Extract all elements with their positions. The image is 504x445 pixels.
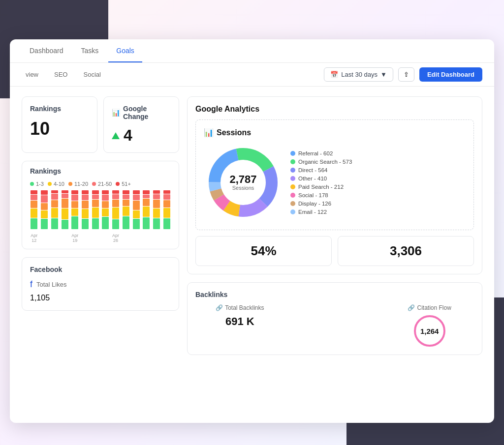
subnav-view[interactable]: view	[22, 69, 42, 80]
bar-segment	[71, 201, 78, 208]
bar-label: Apr 12	[30, 233, 38, 243]
rankings-value: 10	[30, 119, 89, 139]
rankings-chart-widget: Rankings 1-3 4-10 11-20	[22, 161, 179, 249]
tab-dashboard[interactable]: Dashboard	[22, 40, 71, 62]
subnav-seo[interactable]: SEO	[50, 69, 71, 80]
dot-direct	[290, 168, 295, 173]
bar-segment	[31, 218, 37, 230]
bar-segment	[102, 217, 109, 229]
bar-group	[101, 190, 110, 229]
bar-label	[101, 233, 110, 243]
bar-segment	[41, 195, 48, 203]
bar-group	[162, 190, 171, 229]
legend-paid-search: Paid Search - 212	[290, 184, 352, 190]
tab-goals[interactable]: Goals	[108, 40, 142, 62]
bar-segment	[163, 194, 170, 200]
bar-group	[40, 190, 49, 229]
bar-segment	[51, 190, 58, 193]
share-button[interactable]: ⇧	[398, 67, 414, 82]
bar-segment	[153, 200, 160, 208]
bar-segment	[133, 195, 140, 200]
bar-segment	[112, 190, 119, 194]
link-icon: 🔗	[216, 304, 223, 311]
bar-segment	[143, 217, 150, 229]
bar-segment	[153, 194, 160, 200]
bar-segment	[82, 209, 89, 218]
calendar-icon: 📅	[330, 71, 338, 78]
bar-segment	[112, 200, 119, 207]
bar-group	[50, 190, 59, 229]
dot-other	[290, 176, 295, 181]
date-range-button[interactable]: 📅 Last 30 days ▼	[324, 67, 393, 82]
subnav-bar: view SEO Social 📅 Last 30 days ▼ ⇧ Edit …	[10, 63, 494, 87]
bar-segment	[62, 190, 68, 193]
bar-label	[153, 233, 161, 243]
dashboard-card: Dashboard Tasks Goals view SEO Social 📅 …	[10, 39, 494, 423]
stat-value-2: 3,306	[345, 243, 467, 259]
legend-dot-4-10	[48, 182, 52, 186]
bar-segment	[31, 195, 37, 200]
google-change-widget: 📊 Google Change 4	[103, 96, 179, 153]
tab-tasks[interactable]: Tasks	[73, 40, 107, 62]
bar-segment	[62, 194, 68, 198]
facebook-icon: f	[30, 279, 32, 290]
dot-paid-search	[290, 184, 295, 189]
bar-label	[142, 233, 151, 243]
backlinks-title: Backlinks	[195, 291, 474, 298]
left-column: Rankings 10 📊 Google Change 4	[22, 96, 179, 355]
legend-dot-21-50	[92, 182, 96, 186]
bar-group	[132, 190, 140, 229]
citation-icon: 🔗	[408, 304, 415, 311]
bar-label	[162, 233, 171, 243]
bar-segment	[153, 208, 160, 218]
legend-other: Other - 410	[290, 176, 352, 181]
bar-segment	[163, 190, 170, 194]
bar-segment	[112, 194, 119, 200]
legend-organic: Organic Search - 573	[290, 159, 352, 165]
bar-segment	[82, 190, 89, 194]
arrow-up-icon	[112, 132, 120, 139]
legend-4-10: 4-10	[48, 181, 64, 187]
bar-segment	[31, 208, 37, 218]
facebook-widget: Facebook f Total Likes 1,105	[22, 257, 179, 311]
bar-segment	[102, 201, 109, 208]
bar-chart	[30, 192, 171, 231]
bar-segment	[143, 195, 150, 199]
bar-segment	[123, 190, 129, 194]
donut-label: Sessions	[229, 185, 256, 191]
bar-label: Apr 19	[71, 233, 79, 243]
donut-chart: 2,787 Sessions	[204, 143, 283, 222]
legend-1-3: 1-3	[30, 181, 44, 187]
bar-segment	[133, 219, 140, 229]
bar-group	[153, 190, 161, 229]
bar-segment	[102, 195, 109, 201]
dot-referral	[290, 151, 295, 156]
rankings-chart-title: Rankings	[30, 167, 171, 175]
rankings-title: Rankings	[30, 105, 89, 113]
donut-legend: Referral - 602 Organic Search - 573 Dire…	[290, 150, 352, 215]
bar-segment	[153, 190, 160, 194]
google-analytics-widget: Google Analytics 📊 Sessions	[187, 96, 482, 274]
dot-email	[290, 209, 295, 214]
bar-group	[142, 190, 151, 229]
dot-organic	[290, 159, 295, 164]
legend-display: Display - 126	[290, 201, 352, 207]
bar-label	[61, 233, 69, 243]
bar-segment	[163, 208, 170, 218]
bar-segment	[92, 190, 99, 194]
bar-segment	[153, 218, 160, 230]
edit-dashboard-button[interactable]: Edit Dashboard	[419, 67, 482, 82]
total-backlinks-value: 691 K	[195, 315, 284, 328]
bar-group	[71, 190, 79, 229]
date-range-label: Last 30 days	[341, 71, 378, 78]
bar-group	[81, 190, 90, 229]
legend-direct: Direct - 564	[290, 167, 352, 173]
bar-segment	[123, 207, 129, 216]
bar-segment	[62, 199, 68, 208]
subnav-social[interactable]: Social	[79, 69, 104, 80]
legend-dot-51-plus	[116, 182, 120, 186]
bar-segment	[143, 207, 150, 217]
dot-social	[290, 193, 295, 198]
legend-referral: Referral - 602	[290, 150, 352, 156]
bar-segment	[163, 218, 170, 229]
